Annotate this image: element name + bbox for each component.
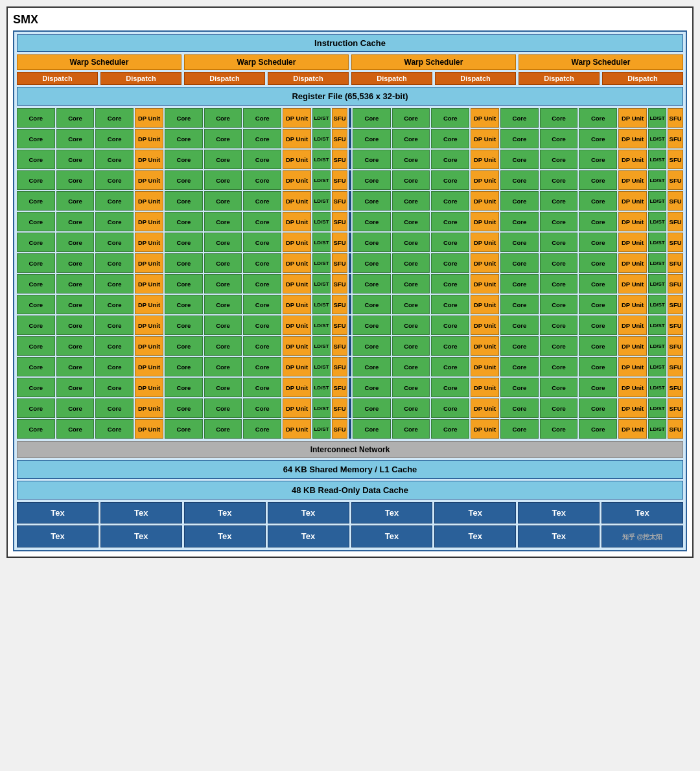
cell-core: Core [56, 398, 95, 418]
cell-core: Core [165, 419, 203, 439]
cell-core: Core [17, 357, 55, 376]
cell-core: Core [165, 150, 203, 169]
cell-sfu: SFU [668, 170, 683, 190]
cell-core: Core [431, 170, 469, 190]
cell-core: Core [17, 316, 55, 335]
cell-core: Core [243, 233, 281, 252]
cell-sfu: SFU [332, 378, 347, 397]
tex-1-8: Tex [601, 502, 683, 524]
cell-core: Core [431, 191, 469, 211]
cell-dp: DP Unit [135, 150, 163, 169]
cell-sfu: SFU [668, 233, 683, 252]
cell-ldst: LD/ST [312, 150, 331, 169]
dispatch-8: Dispatch [602, 72, 683, 85]
cell-core: Core [579, 253, 617, 273]
cell-core: Core [579, 191, 617, 211]
core-row-4: CoreCoreCoreDP UnitCoreCoreCoreDP UnitLD… [17, 191, 683, 211]
cell-core: Core [500, 129, 539, 148]
tex-rows: Tex Tex Tex Tex Tex Tex Tex Tex Tex Tex … [17, 502, 683, 547]
cell-dp: DP Unit [471, 378, 499, 397]
cell-core: Core [540, 191, 578, 211]
cell-dp: DP Unit [618, 398, 647, 418]
cell-core: Core [353, 419, 391, 439]
cell-core: Core [95, 316, 134, 335]
cell-dp: DP Unit [618, 274, 647, 293]
cell-dp: DP Unit [618, 336, 647, 356]
separator [349, 233, 351, 252]
cell-core: Core [500, 108, 539, 128]
cell-core: Core [431, 150, 469, 169]
cell-dp: DP Unit [618, 150, 647, 169]
cell-sfu: SFU [668, 274, 683, 293]
cell-sfu: SFU [668, 191, 683, 211]
cell-core: Core [500, 336, 539, 356]
cell-core: Core [392, 253, 430, 273]
cell-core: Core [56, 419, 95, 439]
tex-2-2: Tex [100, 525, 182, 547]
cell-core: Core [204, 336, 242, 356]
cell-core: Core [431, 378, 469, 397]
cell-dp: DP Unit [283, 274, 311, 293]
cell-core: Core [204, 274, 242, 293]
cell-dp: DP Unit [135, 336, 163, 356]
cell-sfu: SFU [668, 253, 683, 273]
inner-box: Instruction Cache Warp Scheduler Warp Sc… [13, 30, 687, 551]
smx-title: SMX [13, 13, 687, 27]
warp-scheduler-3: Warp Scheduler [351, 54, 516, 70]
dispatch-3: Dispatch [184, 72, 265, 85]
warp-scheduler-1: Warp Scheduler [17, 54, 181, 70]
cell-core: Core [243, 398, 281, 418]
cell-dp: DP Unit [471, 129, 499, 148]
cell-dp: DP Unit [471, 316, 499, 335]
separator [349, 357, 351, 376]
cell-core: Core [540, 170, 578, 190]
cell-core: Core [243, 316, 281, 335]
cell-dp: DP Unit [283, 398, 311, 418]
cell-sfu: SFU [332, 316, 347, 335]
core-row-2: CoreCoreCoreDP UnitCoreCoreCoreDP UnitLD… [17, 150, 683, 169]
cell-core: Core [204, 316, 242, 335]
cell-dp: DP Unit [283, 191, 311, 211]
cell-core: Core [165, 233, 203, 252]
cell-core: Core [392, 108, 430, 128]
cell-core: Core [540, 253, 578, 273]
interconnect-network: Interconnect Network [17, 441, 683, 458]
cell-core: Core [579, 378, 617, 397]
cell-core: Core [56, 129, 95, 148]
cell-core: Core [165, 191, 203, 211]
tex-2-4: Tex [268, 525, 349, 547]
core-row-5: CoreCoreCoreDP UnitCoreCoreCoreDP UnitLD… [17, 212, 683, 231]
cell-core: Core [431, 336, 469, 356]
cell-dp: DP Unit [283, 295, 311, 314]
cell-core: Core [392, 170, 430, 190]
cell-core: Core [540, 378, 578, 397]
cell-ldst: LD/ST [312, 233, 331, 252]
cell-ldst: LD/ST [312, 295, 331, 314]
separator [349, 170, 351, 190]
cell-sfu: SFU [332, 419, 347, 439]
dispatch-4: Dispatch [268, 72, 349, 85]
cell-sfu: SFU [668, 129, 683, 148]
cell-core: Core [204, 191, 242, 211]
cell-core: Core [95, 295, 134, 314]
cell-sfu: SFU [332, 233, 347, 252]
cell-dp: DP Unit [283, 253, 311, 273]
cell-core: Core [204, 378, 242, 397]
cell-core: Core [353, 253, 391, 273]
cell-core: Core [95, 336, 134, 356]
cell-core: Core [56, 212, 95, 231]
cell-core: Core [243, 274, 281, 293]
cell-dp: DP Unit [135, 295, 163, 314]
cell-sfu: SFU [332, 108, 347, 128]
cell-core: Core [17, 108, 55, 128]
cell-core: Core [17, 274, 55, 293]
cell-core: Core [95, 129, 134, 148]
separator [349, 129, 351, 148]
cell-core: Core [243, 170, 281, 190]
cell-core: Core [165, 295, 203, 314]
cell-dp: DP Unit [283, 316, 311, 335]
cell-dp: DP Unit [283, 419, 311, 439]
cell-core: Core [579, 274, 617, 293]
cell-dp: DP Unit [471, 398, 499, 418]
cell-core: Core [95, 170, 134, 190]
